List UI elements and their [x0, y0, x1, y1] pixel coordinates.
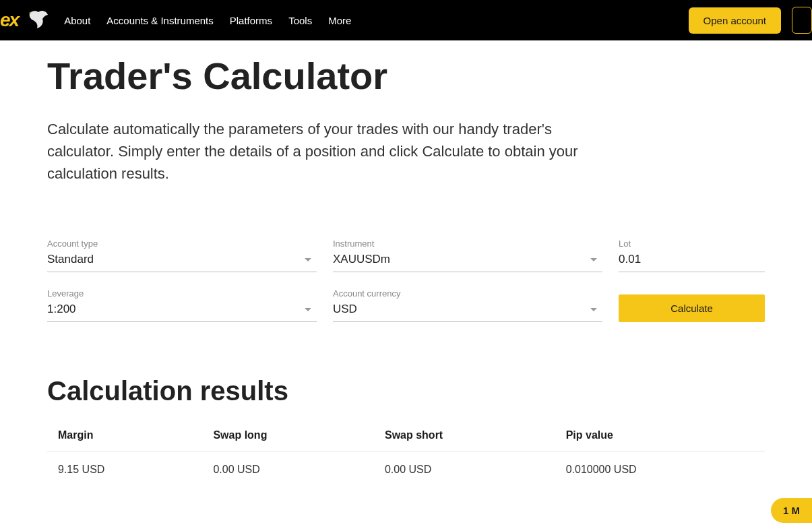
page-subtitle: Calculate automatically the parameters o… [47, 118, 606, 185]
calculator-form: Account type Standard Instrument XAUUSDm… [47, 239, 765, 322]
account-type-label: Account type [47, 239, 317, 249]
col-margin: Margin [47, 420, 202, 451]
field-account-currency: Account currency USD [333, 288, 602, 322]
open-account-button[interactable]: Open account [689, 7, 781, 34]
col-swap-long: Swap long [202, 420, 374, 451]
chevron-down-icon [590, 258, 597, 261]
results-data-row: 9.15 USD 0.00 USD 0.00 USD 0.010000 USD [47, 451, 765, 489]
field-lot: Lot [619, 239, 765, 272]
cell-swap-long: 0.00 USD [202, 451, 374, 489]
col-pip-value: Pip value [555, 420, 765, 451]
page-title: Trader's Calculator [47, 54, 765, 98]
account-currency-value: USD [333, 303, 357, 316]
field-account-type: Account type Standard [47, 239, 317, 272]
account-currency-label: Account currency [333, 288, 602, 299]
cell-margin: 9.15 USD [47, 451, 202, 489]
instrument-label: Instrument [333, 239, 602, 249]
nav-platforms[interactable]: Platforms [230, 15, 272, 26]
nav-more[interactable]: More [328, 15, 351, 26]
results-table: Margin Swap long Swap short Pip value 9.… [47, 420, 765, 488]
cell-swap-short: 0.00 USD [374, 451, 555, 489]
instrument-select[interactable]: XAUUSDm [333, 253, 602, 272]
lot-input[interactable] [619, 253, 765, 266]
secondary-header-button[interactable] [792, 7, 812, 34]
nav-about[interactable]: About [64, 15, 90, 26]
main-container: Trader's Calculator Calculate automatica… [0, 40, 812, 488]
cell-pip-value: 0.010000 USD [555, 451, 765, 489]
col-swap-short: Swap short [374, 420, 555, 451]
header: ex About Accounts & Instruments Platform… [0, 0, 812, 40]
calculate-row: Calculate [619, 294, 765, 322]
chevron-down-icon [590, 308, 597, 311]
field-leverage: Leverage 1:200 [47, 288, 317, 322]
lot-label: Lot [619, 239, 765, 249]
nav-accounts-instruments[interactable]: Accounts & Instruments [106, 15, 213, 26]
leverage-select[interactable]: 1:200 [47, 303, 317, 322]
field-instrument: Instrument XAUUSDm [333, 239, 602, 272]
main-nav: About Accounts & Instruments Platforms T… [64, 15, 351, 26]
account-currency-select[interactable]: USD [333, 303, 602, 322]
dove-icon [26, 8, 51, 32]
nav-tools[interactable]: Tools [288, 15, 312, 26]
results-title: Calculation results [47, 376, 765, 406]
brand-logo[interactable]: ex [0, 9, 18, 31]
leverage-value: 1:200 [47, 303, 76, 316]
chevron-down-icon [305, 308, 311, 311]
chevron-down-icon [305, 258, 311, 261]
leverage-label: Leverage [47, 288, 317, 299]
instrument-value: XAUUSDm [333, 253, 390, 266]
logo-area: ex [0, 8, 64, 32]
calculate-button[interactable]: Calculate [619, 294, 765, 322]
header-right: Open account [689, 7, 812, 34]
account-type-select[interactable]: Standard [47, 253, 317, 272]
lot-input-wrapper [619, 253, 765, 272]
results-header-row: Margin Swap long Swap short Pip value [47, 420, 765, 451]
account-type-value: Standard [47, 253, 94, 266]
